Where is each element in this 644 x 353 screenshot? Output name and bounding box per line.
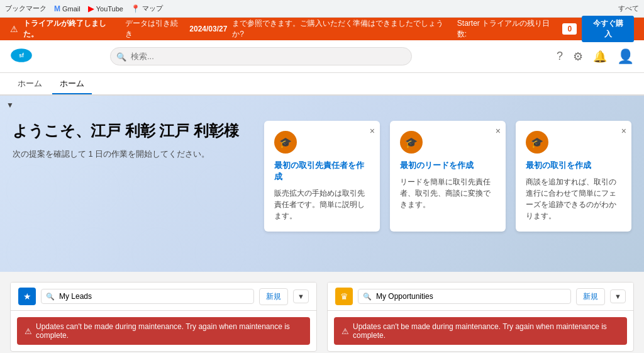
nav-bar: ホーム ホーム [0, 73, 644, 96]
maps-label: 📍 マップ [131, 4, 163, 13]
guide-card-2: × 🎓 最初のリードを作成 リードを簡単に取引先責任者、取引先、商談に変換できま… [390, 121, 506, 232]
card-title-2: 最初のリードを作成 [400, 160, 496, 171]
card-desc-2: リードを簡単に取引先責任者、取引先、商談に変換できます。 [400, 176, 496, 210]
opp-error-icon: ⚠ [341, 327, 349, 336]
search-input[interactable] [110, 47, 412, 65]
header-icons: ? ⚙ 🔔 👤 [557, 48, 634, 65]
bottom-panels: ★ 🔍 新規 ▼ ⚠ Updates can't be made during … [0, 272, 644, 353]
welcome-title: ようこそ、江戸 利彰 江戸 利彰様 [13, 121, 239, 140]
leads-error-text: Updates can't be made during maintenance… [36, 322, 303, 340]
trial-label: Starter トライアルの残り日数: [457, 18, 558, 40]
notifications-icon[interactable]: 🔔 [593, 50, 607, 64]
trial-ended-text: トライアルが終了しました。 [23, 18, 120, 40]
trial-right-section: Starter トライアルの残り日数: 0 今すぐ購入 [457, 16, 634, 42]
card-desc-1: 販売拡大の手始めは取引先責任者です。簡単に説明します。 [274, 188, 370, 221]
user-avatar[interactable]: 👤 [617, 48, 634, 65]
leads-error-icon: ⚠ [25, 327, 32, 336]
settings-icon[interactable]: ⚙ [573, 50, 583, 64]
leads-icon: ★ [18, 288, 36, 305]
guide-card-3: × 🎓 最初の取引を作成 商談を追加すれば、取引の進行に合わせて簡単にフェーズを… [516, 121, 631, 232]
leads-search-container: 🔍 [41, 289, 254, 304]
trial-message: データは引き続き [125, 18, 185, 40]
svg-text:sf: sf [19, 52, 24, 59]
card-icon-3: 🎓 [526, 131, 548, 154]
warning-icon: ⚠ [10, 24, 18, 34]
nav-item-home1[interactable]: ホーム [10, 74, 50, 94]
salesforce-logo: sf [10, 44, 33, 69]
welcome-section: ようこそ、江戸 利彰 江戸 利彰様 次の提案を確認して 1 日の作業を開始してく… [13, 108, 631, 232]
leads-dropdown-button[interactable]: ▼ [293, 289, 309, 303]
welcome-text: ようこそ、江戸 利彰 江戸 利彰様 次の提案を確認して 1 日の作業を開始してく… [13, 121, 239, 160]
card-desc-3: 商談を追加すれば、取引の進行に合わせて簡単にフェーズを追跡できるのがわかります。 [526, 176, 621, 221]
opportunities-icon: ♛ [335, 288, 353, 305]
opp-error-banner: ⚠ Updates can't be made during maintenan… [334, 317, 627, 345]
header: sf 🔍 ? ⚙ 🔔 👤 [0, 40, 644, 73]
opp-error-text: Updates can't be made during maintenance… [353, 322, 619, 340]
opp-search-icon: 🔍 [363, 293, 372, 301]
nav-item-home2[interactable]: ホーム [52, 74, 92, 94]
card-close-2[interactable]: × [496, 126, 501, 136]
opp-new-button[interactable]: 新規 [576, 288, 605, 305]
trial-message2: まで参照できます。ご購入いただく準備はできましたでしょうか? [232, 18, 452, 40]
search-bar: 🔍 [110, 47, 412, 65]
youtube-label: ▶ YouTube [88, 4, 123, 13]
card-icon-1: 🎓 [274, 131, 297, 154]
help-icon[interactable]: ? [557, 50, 563, 63]
trial-date: 2024/03/27 [189, 25, 227, 33]
opp-search-input[interactable] [358, 289, 571, 304]
browser-right: すべて [618, 4, 639, 13]
gmail-label: M Gmail [54, 4, 80, 13]
trial-banner: ⚠ トライアルが終了しました。 データは引き続き 2024/03/27 まで参照… [0, 18, 644, 40]
cards-section: × 🎓 最初の取引先責任者を作成 販売拡大の手始めは取引先責任者です。簡単に説明… [264, 121, 631, 232]
leads-new-button[interactable]: 新規 [259, 288, 288, 305]
leads-panel: ★ 🔍 新規 ▼ ⚠ Updates can't be made during … [10, 282, 317, 352]
trial-days-badge: 0 [562, 23, 577, 35]
opportunities-panel: ♛ 🔍 新規 ▼ ⚠ Updates can't be made during … [327, 282, 634, 352]
card-title-1: 最初の取引先責任者を作成 [274, 160, 370, 182]
leads-panel-header: ★ 🔍 新規 ▼ [11, 283, 316, 311]
upgrade-button[interactable]: 今すぐ購入 [582, 16, 634, 42]
browser-bar: ブックマーク M Gmail ▶ YouTube 📍 マップ すべて [0, 0, 644, 18]
opportunities-panel-header: ♛ 🔍 新規 ▼ [328, 283, 633, 311]
card-close-1[interactable]: × [370, 126, 375, 136]
card-icon-2: 🎓 [400, 131, 423, 154]
opp-search-container: 🔍 [358, 289, 571, 304]
opp-dropdown-button[interactable]: ▼ [610, 289, 626, 303]
card-close-3[interactable]: × [621, 126, 626, 136]
leads-search-input[interactable] [41, 289, 254, 304]
guide-card-1: × 🎓 最初の取引先責任者を作成 販売拡大の手始めは取引先責任者です。簡単に説明… [264, 121, 380, 232]
search-icon: 🔍 [116, 52, 126, 61]
bookmark-label: ブックマーク [5, 4, 47, 13]
main-content: ▼ ようこそ、江戸 利彰 江戸 利彰様 次の提案を確認して 1 日の作業を開始し… [0, 96, 644, 272]
card-title-3: 最初の取引を作成 [526, 160, 621, 171]
leads-error-banner: ⚠ Updates can't be made during maintenan… [17, 317, 310, 345]
welcome-subtitle: 次の提案を確認して 1 日の作業を開始してください。 [13, 148, 239, 160]
leads-search-icon: 🔍 [46, 293, 55, 301]
